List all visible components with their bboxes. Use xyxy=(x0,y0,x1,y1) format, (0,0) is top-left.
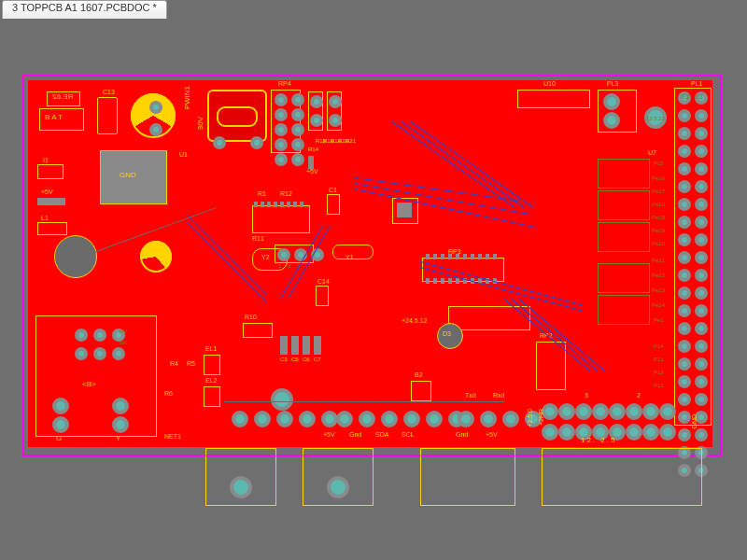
lbl-pe23: Pe23 xyxy=(652,287,665,293)
lbl-2: 2 xyxy=(637,392,641,399)
pad xyxy=(112,398,129,414)
pad xyxy=(149,123,162,136)
lbl-b2: B2 xyxy=(415,371,423,378)
pad xyxy=(603,112,620,129)
sel-hdr-pins xyxy=(277,248,324,261)
lbl-pe19: Pe19 xyxy=(652,228,665,233)
comp-block-2 xyxy=(598,190,650,220)
pcb-canvas[interactable]: RE.62 BAT C13 PWIN1 30V RP4 xyxy=(0,19,747,560)
lbl-bk: BK xyxy=(120,340,127,345)
ref-r5: R5 xyxy=(187,360,195,367)
ref-c14: C14 xyxy=(317,278,330,285)
label-gnd: GND xyxy=(120,172,136,179)
ref-el1: EL1 xyxy=(205,345,217,352)
lbl-pe21: Pe21 xyxy=(652,258,665,263)
comp-qfn-pad xyxy=(397,203,412,217)
ref-c1: C1 xyxy=(329,187,337,193)
pad xyxy=(327,476,349,498)
comp-c1 xyxy=(327,194,340,215)
label-24v: +24.5.12 xyxy=(402,317,427,324)
lbl-pe20: Pe20 xyxy=(652,241,665,246)
document-tab-bar: 3 TOPPCB A1 1607.PCBDOC * xyxy=(0,0,747,19)
ic-center-pins-top xyxy=(254,202,303,207)
lbl-p15: P15 xyxy=(654,161,664,166)
ref-r11: R11 xyxy=(252,235,264,242)
comp-i1 xyxy=(37,164,63,179)
sel-2: 2 xyxy=(288,263,290,269)
ref-pl1: PL1 xyxy=(691,80,702,87)
comp-c13 xyxy=(97,97,118,134)
ref-l1: L1 xyxy=(41,215,49,221)
cap-row xyxy=(280,336,321,355)
ref-rp4: RP4 xyxy=(278,80,291,87)
lbl-rv: RV xyxy=(120,329,127,334)
rp4-pins xyxy=(275,93,304,166)
ref-i1: I1 xyxy=(43,157,49,163)
comp-block-5 xyxy=(598,295,650,325)
ref-c5: C5 xyxy=(291,357,299,362)
mounting-hole-bc xyxy=(271,388,293,411)
comp-block-1 xyxy=(598,159,650,189)
lbl-pe16: Pe16 xyxy=(652,175,665,181)
comp-ic-center xyxy=(252,205,310,233)
pad xyxy=(230,476,252,498)
ref-u7: U7 xyxy=(648,149,656,156)
ref-pwin1: PWIN1 xyxy=(184,86,191,109)
lbl-p12: P12 xyxy=(654,370,664,375)
comp-5v-pad xyxy=(37,198,65,205)
lbl-pe1: Pe1 xyxy=(654,317,664,323)
pad xyxy=(310,95,323,108)
bottom-header-mid xyxy=(336,411,465,427)
lbl-5v-hdr: +5V xyxy=(323,431,335,438)
lbl-p2hr: +2HR xyxy=(538,409,544,426)
comp-el1 xyxy=(204,355,220,375)
trace xyxy=(224,401,504,402)
lbl-pe18: Pe18 xyxy=(652,215,665,220)
lbl-gnd-r: GND xyxy=(691,414,698,429)
lbl-txd: Txd xyxy=(465,392,476,399)
ref-re62: RE.62 xyxy=(52,93,73,101)
comp-rp2 xyxy=(536,342,566,390)
label-5v: +5V xyxy=(41,189,53,195)
document-tab[interactable]: 3 TOPPCB A1 1607.PCBDOC * xyxy=(2,0,167,19)
bottom-header-left xyxy=(232,411,338,427)
ref-r1: R1 xyxy=(258,190,266,197)
lbl-5v2: +5V xyxy=(486,431,498,438)
comp-l1 xyxy=(37,222,67,235)
comp-dc-jack-barrel xyxy=(217,106,258,127)
edge-conn-p4 xyxy=(542,448,702,506)
lbl-y: Y xyxy=(116,435,120,442)
lbl-rxd: Rxd xyxy=(493,392,504,399)
ref-b-mirror: <B> xyxy=(82,381,96,388)
comp-r10 xyxy=(243,323,273,338)
pad xyxy=(329,114,342,127)
pad xyxy=(213,136,226,149)
comp-b2 xyxy=(411,381,431,401)
lbl-gnd2: Gnd xyxy=(456,431,468,438)
ref-r6: R6 xyxy=(164,390,173,397)
rp3-pins-top xyxy=(426,254,497,259)
lbl-pe17: Pe17 xyxy=(652,189,665,194)
ref-c6: C6 xyxy=(303,357,310,362)
lbl-sda: SDA xyxy=(375,431,388,438)
lbl-p14: P14 xyxy=(654,343,664,349)
sel-1: 1 xyxy=(278,263,281,269)
ref-r4: R4 xyxy=(170,360,178,367)
pcb-viewport[interactable]: RE.62 BAT C13 PWIN1 30V RP4 xyxy=(0,19,747,560)
comp-y1 xyxy=(332,245,374,259)
pad xyxy=(250,136,263,149)
ref-r21: R21 xyxy=(345,138,356,144)
pad xyxy=(603,93,620,110)
comp-block-3 xyxy=(598,222,650,252)
label-12522: 12.5.22 xyxy=(646,116,665,121)
ref-net1: NET1 xyxy=(164,433,181,440)
label-30v: 30V xyxy=(197,117,204,130)
ref-r12: R12 xyxy=(280,190,292,197)
ref-r10: R10 xyxy=(245,314,257,320)
lbl-3: 3 xyxy=(585,392,588,399)
lbl-pe10: Pe10 xyxy=(652,202,665,207)
pad xyxy=(52,416,69,433)
ref-y2: Y2 xyxy=(261,254,270,260)
module-bl-pads xyxy=(75,329,125,360)
pad xyxy=(52,398,69,414)
